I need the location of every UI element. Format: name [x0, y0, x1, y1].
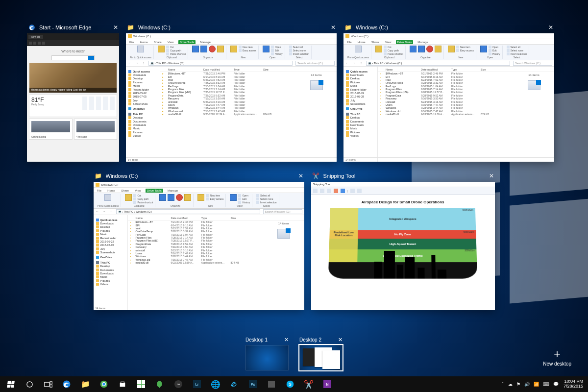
window-title: Snipping Tool: [323, 173, 485, 179]
edge-news-headline: Minnesota dentist 'deeply regrets' killi…: [29, 88, 117, 93]
tray-up-icon[interactable]: ˄: [502, 382, 504, 387]
taskbar-onenote-icon[interactable]: N: [318, 376, 336, 392]
window-title: Windows (C:): [106, 173, 294, 179]
vd-label: Desktop 2: [299, 337, 321, 343]
cortana-button[interactable]: [21, 376, 38, 392]
snipping-tool-preview: Snipping Tool | Airspace Design for Smal…: [311, 182, 495, 310]
taskbar-photoshop-icon[interactable]: Ps: [244, 376, 262, 392]
taskbar-lightroom-icon[interactable]: Lr: [188, 376, 206, 392]
taskbar-snip-icon[interactable]: ✂️: [300, 376, 318, 392]
virtual-desktop-1[interactable]: Desktop 1✕: [245, 336, 289, 370]
window-thumbnail-explorer[interactable]: 📁 Windows (C:) ✕ Windows (C:)FileHomeSha…: [126, 22, 337, 162]
taskbar: 📁 co Lr 🌐 Ps S ✂️ N ˄ ☁ ⚑ 🔊 📶 ⌨ 💬 10:04 …: [0, 376, 588, 392]
explorer-window-preview: Windows (C:)FileHomeShareViewDrive Tools…: [94, 182, 304, 310]
snip-titlebar: Snipping Tool: [311, 182, 495, 187]
svg-text:S: S: [289, 382, 292, 387]
scissors-icon: ✂️: [312, 172, 319, 179]
new-desktop-button[interactable]: ＋ New desktop: [543, 348, 571, 367]
tray-wifi-icon[interactable]: 📶: [534, 382, 539, 387]
taskbar-app-icon[interactable]: [132, 376, 150, 392]
virtual-desktops-bar: Desktop 1✕ Desktop 2✕: [0, 336, 588, 370]
taskbar-msn-icon[interactable]: [225, 376, 243, 392]
taskbar-store-icon[interactable]: [114, 376, 131, 392]
tray-cloud-icon[interactable]: ☁: [508, 382, 513, 387]
window-thumbnail-explorer[interactable]: 📁 Windows (C:) ✕ Windows (C:)FileHomeSha…: [94, 171, 304, 310]
edge-weather-desc: Partly Sunny: [31, 103, 44, 106]
snip-toolbar: |: [311, 187, 495, 195]
close-desktop-button[interactable]: ✕: [284, 337, 289, 343]
close-thumbnail-button[interactable]: ✕: [298, 172, 303, 179]
virtual-desktop-2[interactable]: Desktop 2✕: [299, 336, 343, 370]
edge-start-heading: Where to next?: [29, 49, 117, 53]
folder-icon: 📁: [95, 172, 102, 179]
tray-keyboard-icon[interactable]: ⌨: [543, 382, 549, 387]
tray-notifications-icon[interactable]: 💬: [553, 382, 559, 387]
start-button[interactable]: [2, 376, 20, 392]
edge-tab: New tab: [28, 35, 43, 39]
svg-point-1: [26, 381, 32, 387]
taskbar-hangouts-icon[interactable]: [151, 376, 169, 392]
taskbar-explorer-icon[interactable]: 📁: [76, 376, 94, 392]
taskbar-browser-icon[interactable]: 🌐: [207, 376, 224, 392]
svg-rect-4: [50, 385, 52, 387]
taskbar-clock[interactable]: 10:04 PM 7/28/2015: [564, 379, 583, 389]
close-desktop-button[interactable]: ✕: [338, 337, 343, 343]
tray-shield-icon[interactable]: ⚑: [516, 382, 520, 387]
taskbar-app-icon[interactable]: co: [170, 376, 187, 392]
system-tray[interactable]: ˄ ☁ ⚑ 🔊 📶 ⌨ 💬 10:04 PM 7/28/2015: [502, 379, 586, 389]
window-thumbnail-explorer[interactable]: 📁 Windows (C:) ✕ Windows (C:)FileHomeSha…: [343, 22, 554, 162]
task-view: Start - Microsoft Edge ✕ New tab Where t…: [0, 0, 588, 328]
taskbar-skype-icon[interactable]: S: [281, 376, 299, 392]
airspace-diagram: Integrated Airspace No Fly Zone High-Spe…: [328, 208, 477, 278]
vd-label: Desktop 1: [245, 337, 268, 343]
edge-icon: [28, 24, 35, 31]
tray-volume-icon[interactable]: 🔊: [524, 382, 530, 387]
taskbar-app-icon[interactable]: [263, 376, 280, 392]
close-thumbnail-button[interactable]: ✕: [489, 172, 494, 179]
airspace-title: Airspace Design for Small Drone Operatio…: [362, 200, 444, 204]
edge-weather-temp: 81°F: [31, 97, 44, 103]
explorer-window-preview: Windows (C:)FileHomeShareViewDrive Tools…: [343, 33, 554, 162]
window-title: Start - Microsoft Edge: [39, 24, 109, 30]
close-thumbnail-button[interactable]: ✕: [548, 24, 553, 31]
svg-rect-2: [44, 382, 49, 387]
svg-rect-3: [50, 381, 52, 384]
plus-icon: ＋: [543, 348, 571, 359]
folder-icon: 📁: [344, 24, 352, 31]
taskbar-chrome-icon[interactable]: [95, 376, 113, 392]
edge-window-preview: New tab Where to next? Minnesota dentist…: [27, 33, 119, 162]
edge-search-box: [51, 55, 95, 60]
close-thumbnail-button[interactable]: ✕: [113, 24, 118, 31]
task-view-button[interactable]: [39, 376, 57, 392]
folder-icon: 📁: [127, 24, 134, 31]
taskbar-edge-icon[interactable]: [58, 376, 75, 392]
window-thumbnail-edge[interactable]: Start - Microsoft Edge ✕ New tab Where t…: [27, 22, 119, 162]
close-thumbnail-button[interactable]: ✕: [331, 24, 336, 31]
window-title: Windows (C:): [138, 24, 327, 30]
window-thumbnail-snipping-tool[interactable]: ✂️ Snipping Tool ✕ Snipping Tool | Airsp…: [311, 171, 495, 310]
window-title: Windows (C:): [356, 24, 544, 30]
explorer-window-preview: Windows (C:)FileHomeShareViewDrive Tools…: [126, 33, 337, 162]
